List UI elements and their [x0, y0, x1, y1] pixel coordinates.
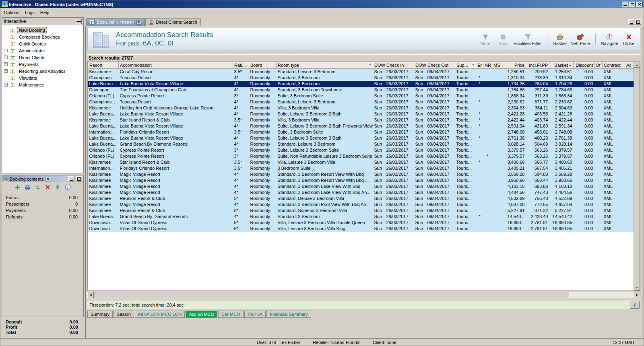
- result-row-2[interactable]: Lake Buena...Lake Buena Vista Resort Vil…: [88, 81, 634, 87]
- column-header-13-price[interactable]: Price: [501, 62, 526, 69]
- result-row-18[interactable]: KissimmeeMagic Village Resort4*RoomonlyS…: [88, 177, 634, 183]
- column-header-4-room-type[interactable]: Room type: [277, 62, 373, 69]
- result-row-10[interactable]: Internation...Floridays Orlando Resort3.…: [88, 129, 634, 135]
- scroll-left-icon[interactable]: [87, 292, 94, 298]
- upload-icon[interactable]: [55, 184, 61, 190]
- expand-icon[interactable]: [4, 83, 8, 86]
- result-row-15[interactable]: KissimmeeStar Island Resort & Club3.5*Ro…: [88, 159, 634, 165]
- result-row-25[interactable]: Downtown ...Villas Of Grand Cypress5*Roo…: [88, 220, 634, 226]
- facilities-filter-button[interactable]: Facilities Filter: [514, 33, 542, 46]
- delete-icon[interactable]: [45, 184, 51, 190]
- transfer-icon[interactable]: [35, 184, 41, 190]
- tab-close-button[interactable]: [136, 20, 141, 25]
- column-header-16-discount[interactable]: Discount: [574, 62, 594, 69]
- column-header-17-of[interactable]: Of: [594, 62, 603, 69]
- menu-item-options[interactable]: Options: [1, 9, 22, 16]
- sidebar-item-quick-quotes[interactable]: Quick Quotes: [2, 40, 83, 47]
- maximize-button[interactable]: [629, 2, 636, 7]
- scroll-up-icon[interactable]: [634, 62, 640, 68]
- collapse-panel-button[interactable]: [76, 19, 82, 24]
- result-row-16[interactable]: Internation...Floridays Orlando Resort3.…: [88, 165, 634, 171]
- stop-button[interactable]: Stop: [496, 33, 510, 46]
- booking-panel-restore-button[interactable]: [76, 176, 82, 181]
- column-header-18-contract[interactable]: Contract: [603, 62, 625, 69]
- globe-icon[interactable]: [25, 184, 31, 190]
- result-row-14[interactable]: Orlando (FL)Cypress Pointe Resort3*Roomo…: [88, 153, 634, 159]
- result-row-7[interactable]: Lake Buena...Lake Buena Vista Resort Vil…: [88, 111, 634, 117]
- sidebar-item-viewdata[interactable]: Viewdata: [2, 74, 83, 81]
- sidebar-item-maintenance[interactable]: Maintenance: [2, 81, 83, 88]
- menu-item-help[interactable]: Help: [37, 9, 52, 16]
- result-row-12[interactable]: Lake Buena...Grand Beach By Diamond Reso…: [88, 141, 634, 147]
- tab-book-ref-none[interactable]: Book. ref .: <none>: [86, 18, 145, 26]
- info-button[interactable]: [630, 301, 640, 309]
- column-header-0-resort[interactable]: Resort: [88, 62, 119, 69]
- column-header-2-rati[interactable]: Rati...: [233, 62, 249, 69]
- column-header-9-sup[interactable]: Sup...: [455, 62, 476, 69]
- result-row-26[interactable]: Downtown ...Villas Of Grand Cypress5*Roo…: [88, 226, 634, 232]
- column-header-7-dow[interactable]: DOW: [414, 62, 426, 69]
- navigate-button[interactable]: Navigate: [601, 33, 618, 46]
- result-row-0[interactable]: KissimmeeCoral Cay Resort3.5*RoomonlySta…: [88, 69, 634, 75]
- panel-minimize-button[interactable]: [628, 19, 634, 25]
- column-header-11-nr[interactable]: NR: [483, 62, 492, 69]
- nett-price-button[interactable]: Nett Price: [570, 33, 590, 46]
- basket-button[interactable]: Basket: [553, 33, 567, 46]
- more-button[interactable]: More: [478, 33, 493, 46]
- result-row-8[interactable]: KissimmeeStar Island Resort & Club3.5*Ro…: [88, 117, 634, 123]
- vertical-scroll-thumb[interactable]: [634, 68, 640, 284]
- result-row-5[interactable]: Champions ...Tuscana Resort4*RoomonlySta…: [88, 99, 634, 105]
- horizontal-scroll-thumb[interactable]: [94, 292, 569, 298]
- column-header-19-ac[interactable]: Ac: [625, 62, 634, 69]
- column-header-12-ms[interactable]: MS: [492, 62, 501, 69]
- vertical-scroll-track[interactable]: [634, 68, 640, 284]
- bottom-tab-summary[interactable]: Summary: [87, 311, 113, 318]
- horizontal-scroll-track[interactable]: [94, 292, 634, 298]
- column-header-1-accommodation[interactable]: Accommodation: [119, 62, 233, 69]
- result-row-13[interactable]: Orlando (FL)Cypress Pointe Resort3*Roomo…: [88, 147, 634, 153]
- expand-icon[interactable]: [4, 49, 8, 52]
- close-button[interactable]: Close: [621, 33, 636, 46]
- result-row-4[interactable]: Orlando (FL)Cypress Pointe Resort3*Roomo…: [88, 93, 634, 99]
- sidebar-item-payments[interactable]: Payments: [2, 61, 83, 68]
- sidebar-item-direct-clients[interactable]: Direct Clients: [2, 54, 83, 61]
- expand-icon[interactable]: [4, 56, 8, 59]
- bottom-tab-car-mco[interactable]: Car MCO: [218, 311, 243, 318]
- result-row-21[interactable]: KissimmeeReunion Resort & Club5*Roomonly…: [88, 196, 634, 202]
- column-header-15-basket[interactable]: Basket: [549, 62, 574, 69]
- result-row-17[interactable]: KissimmeeMagic Village Resort4*RoomonlyS…: [88, 171, 634, 177]
- add-icon[interactable]: [14, 184, 21, 190]
- result-row-1[interactable]: Champions ...Tuscana Resort4*RoomonlySta…: [88, 75, 634, 81]
- close-button[interactable]: [636, 2, 643, 7]
- tab-direct-clients-search[interactable]: Direct Clients Search: [145, 18, 201, 26]
- panel-restore-button[interactable]: [635, 19, 641, 25]
- sidebar-item-reporting-and-analytics[interactable]: Reporting and Analytics: [2, 68, 83, 74]
- menu-item-logs[interactable]: Logs: [22, 9, 37, 16]
- booking-contents-close-button[interactable]: [45, 177, 50, 181]
- result-row-9[interactable]: Lake Buena...Lake Buena Vista Resort Vil…: [88, 123, 634, 129]
- result-row-22[interactable]: KissimmeeMagic Village Resort4*RoomonlyS…: [88, 202, 634, 208]
- booking-panel-minimize-button[interactable]: [68, 176, 74, 181]
- result-row-3[interactable]: Davenport ...The Fountains at Champions …: [88, 87, 634, 93]
- column-header-6-check-in[interactable]: Check In: [385, 62, 414, 69]
- scroll-right-icon[interactable]: [634, 292, 640, 298]
- vertical-scrollbar[interactable]: [634, 62, 640, 290]
- result-row-24[interactable]: Lake Buena...Grand Beach By Diamond Reso…: [88, 214, 634, 220]
- column-header-3-board[interactable]: Board: [249, 62, 277, 69]
- result-row-19[interactable]: KissimmeeMagic Village Resort4*RoomonlyS…: [88, 183, 634, 189]
- result-row-6[interactable]: KissimmeeHoliday Inn Club Vacations Oran…: [88, 105, 634, 111]
- info-icon[interactable]: i: [65, 184, 71, 190]
- expand-icon[interactable]: [4, 62, 8, 66]
- bottom-tab-search[interactable]: Search: [114, 311, 134, 318]
- column-header-14-incl-fl-pp[interactable]: Incl.Fl.PP: [526, 62, 549, 69]
- bottom-tab-flt-6a-lon-mco-lon[interactable]: Flt 6A LON MCO LON: [135, 311, 185, 318]
- sidebar-item-administrator[interactable]: Administrator: [2, 47, 83, 54]
- bottom-tab-financial-summary[interactable]: Financial Summary: [266, 311, 311, 318]
- result-row-23[interactable]: KissimmeeReunion Resort & Club5*Roomonly…: [88, 208, 634, 214]
- minimize-button[interactable]: [622, 2, 628, 7]
- column-header-5-dow[interactable]: DOW: [373, 62, 385, 69]
- result-row-11[interactable]: Lake Buena...Lake Buena Vista Resort Vil…: [88, 135, 634, 141]
- column-header-10-er[interactable]: Er: [476, 62, 483, 69]
- expand-icon[interactable]: [4, 69, 8, 73]
- sidebar-item-completed-bookings[interactable]: Completed Bookings: [2, 33, 83, 40]
